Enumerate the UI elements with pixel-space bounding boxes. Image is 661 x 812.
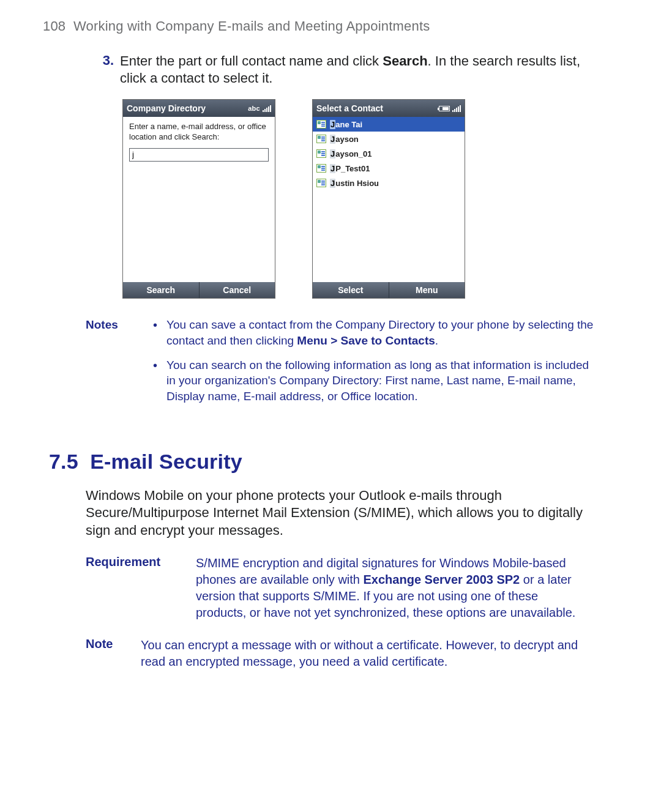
search-hint: Enter a name, e-mail address, or office … [129, 122, 269, 142]
note-text: You can encrypt a message with or withou… [141, 637, 594, 670]
page-number: 108 [43, 18, 65, 34]
softkey-menu[interactable]: Menu [389, 282, 465, 298]
step-text-pre: Enter the part or full contact name and … [120, 53, 383, 69]
step-text-bold: Search [383, 53, 427, 69]
softkey-bar: Select Menu [313, 282, 465, 298]
search-input[interactable] [129, 148, 269, 162]
softkey-cancel[interactable]: Cancel [200, 282, 275, 298]
contact-name-rest: ane Tai [335, 120, 362, 129]
section-title-text: E-mail Security [90, 450, 242, 473]
match-highlight: J [330, 135, 335, 144]
contact-row[interactable]: Jane Tai [313, 117, 465, 132]
notes-list: You can save a contact from the Company … [153, 317, 594, 412]
contact-name: JP_Test01 [330, 164, 370, 173]
intro-paragraph: Windows Mobile on your phone protects yo… [86, 487, 588, 540]
running-head: 108 Working with Company E-mails and Mee… [43, 18, 618, 34]
contact-card-icon [316, 120, 326, 129]
phone-select-contact: Select a Contact Jane Tai Jayson Jayso [312, 99, 465, 299]
contact-name-rest: ustin Hsiou [335, 179, 379, 188]
contact-name: Jayson_01 [330, 149, 372, 158]
system-tray: abc [248, 105, 271, 112]
requirement-block: Requirement S/MIME encryption and digita… [86, 555, 618, 621]
section-heading: 7.5 E-mail Security [49, 450, 618, 474]
contact-card-icon [316, 149, 326, 158]
contact-card-icon [316, 179, 326, 187]
screenshots-row: Company Directory abc Enter a name, e-ma… [122, 99, 618, 299]
softkey-select[interactable]: Select [313, 282, 389, 298]
signal-icon [452, 105, 461, 112]
match-highlight: J [330, 120, 335, 129]
contact-card-icon [316, 135, 326, 143]
contact-name: Jane Tai [330, 120, 362, 129]
match-highlight: J [330, 149, 335, 158]
contact-row[interactable]: Jayson_01 [313, 146, 465, 161]
phone-body: Enter a name, e-mail address, or office … [123, 117, 275, 282]
requirement-text-bold: Exchange Server 2003 SP2 [364, 573, 520, 586]
window-title: Company Directory [127, 103, 206, 113]
contact-card-icon [316, 164, 326, 173]
contact-name: Jayson [330, 135, 359, 144]
titlebar: Select a Contact [313, 100, 465, 117]
requirement-label: Requirement [86, 555, 196, 621]
contact-name-rest: ayson [335, 135, 359, 144]
window-title: Select a Contact [316, 103, 383, 113]
softkey-bar: Search Cancel [123, 282, 275, 298]
step-text: Enter the part or full contact name and … [120, 53, 585, 87]
section-number: 7.5 [49, 450, 78, 473]
system-tray [439, 105, 461, 112]
input-mode-indicator: abc [248, 105, 260, 112]
softkey-search[interactable]: Search [123, 282, 200, 298]
match-highlight: J [330, 179, 335, 188]
manual-page: 108 Working with Company E-mails and Mee… [0, 0, 661, 707]
contact-name: Justin Hsiou [330, 179, 379, 188]
notes-label: Notes [86, 317, 153, 412]
contact-row[interactable]: JP_Test01 [313, 161, 465, 176]
note-item: You can search on the following informat… [153, 357, 594, 404]
note-block: Note You can encrypt a message with or w… [86, 637, 618, 670]
chapter-title: Working with Company E-mails and Meeting… [73, 18, 430, 34]
note-text-post: . [435, 334, 438, 347]
note-label: Note [86, 637, 141, 670]
step-marker: 3. [98, 53, 120, 87]
match-highlight: J [330, 164, 335, 173]
notes-block: Notes You can save a contact from the Co… [86, 317, 618, 412]
note-text-bold: Menu > Save to Contacts [297, 334, 435, 347]
contact-list: Jane Tai Jayson Jayson_01 JP_Test01 Just… [313, 117, 465, 282]
phone-company-directory: Company Directory abc Enter a name, e-ma… [122, 99, 275, 299]
contact-name-rest: P_Test01 [335, 164, 370, 173]
note-text-pre: You can search on the following informat… [166, 359, 589, 403]
contact-name-rest: ayson_01 [335, 149, 372, 158]
step-3: 3. Enter the part or full contact name a… [98, 53, 618, 87]
requirement-text: S/MIME encryption and digital signatures… [196, 555, 588, 621]
note-item: You can save a contact from the Company … [153, 317, 594, 348]
titlebar: Company Directory abc [123, 100, 275, 117]
contact-row[interactable]: Justin Hsiou [313, 176, 465, 190]
contact-row[interactable]: Jayson [313, 132, 465, 146]
signal-icon [263, 105, 271, 112]
battery-icon [439, 106, 450, 111]
